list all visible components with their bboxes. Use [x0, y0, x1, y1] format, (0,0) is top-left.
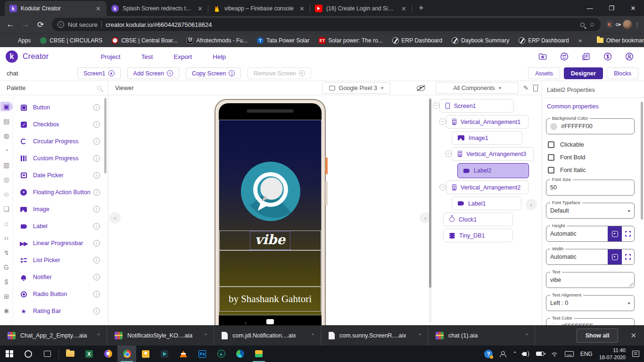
- automatic-size-button[interactable]: [608, 249, 622, 264]
- palette-item-circular-progress[interactable]: Circular Progress i: [13, 133, 105, 150]
- info-icon[interactable]: i: [93, 223, 100, 230]
- category-experimental-icon[interactable]: ↯: [1, 248, 12, 257]
- back-icon[interactable]: ←: [4, 18, 17, 31]
- tree-item-tinydb1[interactable]: Tiny_DB1: [443, 229, 513, 242]
- photoshop-icon[interactable]: Ps: [193, 346, 212, 362]
- bookmark-item[interactable]: T Tata Power Solar: [253, 36, 313, 45]
- monetization-icon[interactable]: [603, 51, 613, 62]
- antivirus-icon[interactable]: [99, 346, 117, 362]
- tree-item-vertical-arrangement1[interactable]: Vertical_Arrangement1: [446, 115, 528, 129]
- app-screen1-canvas[interactable]: vibe by Shashank Gahtori: [219, 120, 322, 315]
- bookmark-item[interactable]: ᗢ Afrotechmods - Fu...: [183, 36, 251, 45]
- delete-component-icon[interactable]: [533, 86, 538, 91]
- bookmark-item[interactable]: Daybook Summary: [448, 36, 513, 45]
- blocks-button[interactable]: Blocks: [607, 67, 638, 79]
- category-visualization-icon[interactable]: ⊞: [1, 292, 12, 301]
- palette-item-linear-progressbar[interactable]: ▶▶ Linear Progressbar i: [13, 235, 105, 252]
- people-tray-icon[interactable]: [499, 351, 506, 357]
- collapse-icon[interactable]: −: [439, 184, 446, 190]
- add-screen-button[interactable]: Add Screen +: [127, 67, 179, 79]
- info-icon[interactable]: i: [93, 104, 100, 111]
- projects-folder-icon[interactable]: [537, 51, 548, 62]
- screen-select-button[interactable]: Screen1 ▾: [77, 67, 121, 79]
- common-properties-link[interactable]: Common properties: [542, 98, 644, 115]
- tree-item-label2-selected[interactable]: Label2: [457, 163, 529, 178]
- profile-avatar[interactable]: [623, 20, 632, 29]
- bookmark-item[interactable]: ET Solar power: The ro...: [315, 36, 386, 45]
- reload-icon[interactable]: ⟳: [34, 18, 47, 31]
- tree-item-image1[interactable]: Image1: [452, 131, 522, 145]
- bookmark-item[interactable]: ERP Dashboard: [515, 36, 573, 45]
- palette-item-date-picker[interactable]: Date Picker i: [13, 167, 105, 184]
- tab-kodular-creator[interactable]: k Kodular Creator ✕: [5, 1, 107, 16]
- download-item[interactable]: com.sunny.ScreenR....aix ⌃: [321, 326, 428, 346]
- url-text[interactable]: creator.kodular.io/#6604428750618624: [106, 21, 212, 28]
- tab-close-icon[interactable]: ✕: [95, 5, 102, 12]
- palette-item-checkbox[interactable]: ✓ Checkbox i: [13, 116, 105, 133]
- device-selector[interactable]: Google Pixel 3 ▾: [322, 82, 390, 94]
- palette-item-custom-progress[interactable]: Custom Progress i: [13, 150, 105, 167]
- info-icon[interactable]: i: [93, 138, 100, 145]
- category-extensions-icon[interactable]: ✱: [1, 306, 12, 316]
- font-typeface-select[interactable]: Font Typeface Default ▾: [546, 203, 635, 219]
- category-drawing-icon[interactable]: ◔: [1, 146, 12, 155]
- filmora-icon[interactable]: [155, 346, 174, 362]
- action-center-icon[interactable]: [632, 351, 639, 357]
- maximize-button[interactable]: ❐: [601, 0, 622, 16]
- palette-item-image[interactable]: Image i: [13, 201, 105, 218]
- tab-search-avatar[interactable]: K: [605, 20, 614, 29]
- download-item[interactable]: com.jdl.Notification....aix ⌃: [214, 326, 321, 346]
- panel-expand-icon[interactable]: ›: [526, 199, 537, 210]
- download-menu-icon[interactable]: ⌃: [525, 333, 529, 339]
- bookmarks-overflow-icon[interactable]: »: [575, 37, 586, 44]
- palette-item-radio-button[interactable]: Radio Button i: [13, 286, 105, 303]
- palette-item-list-picker[interactable]: List Picker i: [13, 252, 105, 269]
- info-icon[interactable]: i: [93, 257, 100, 263]
- help-tray-icon[interactable]: ?: [484, 350, 493, 358]
- bookmark-item[interactable]: CBSE | Central Boar...: [108, 36, 181, 45]
- download-menu-icon[interactable]: ⌃: [97, 333, 101, 339]
- label1-text[interactable]: by Shashank Gahtori: [229, 293, 312, 305]
- clock[interactable]: 11:40 18-07-2020: [599, 347, 626, 361]
- visibility-toggle-icon[interactable]: [417, 85, 425, 91]
- label2-selected[interactable]: vibe: [250, 231, 290, 250]
- viewer-prev-icon[interactable]: ‹: [109, 212, 121, 223]
- minimize-button[interactable]: —: [579, 0, 601, 16]
- category-connectivity-icon[interactable]: ‹›: [1, 233, 12, 243]
- download-menu-icon[interactable]: ⌃: [204, 333, 208, 339]
- category-media-icon[interactable]: ◍: [1, 131, 12, 140]
- info-icon[interactable]: i: [93, 172, 100, 179]
- theme-palette-icon[interactable]: [559, 51, 570, 62]
- hidden-icons-chevron[interactable]: ⌃: [512, 351, 517, 357]
- fill-parent-button[interactable]: [622, 249, 634, 264]
- palette-item-rating-bar[interactable]: ★ Rating Bar i: [13, 303, 105, 320]
- tree-item-vertical-arrangement2[interactable]: Vertical_Arrangement2: [446, 181, 528, 194]
- close-button[interactable]: ✕: [622, 0, 644, 16]
- clickable-checkbox-row[interactable]: Clickable: [548, 141, 635, 148]
- collapse-icon[interactable]: −: [439, 118, 446, 125]
- text-field[interactable]: Text vibe: [546, 272, 635, 288]
- account-icon[interactable]: [624, 51, 635, 62]
- cortana-button[interactable]: [19, 346, 38, 362]
- menu-test[interactable]: Test: [141, 53, 153, 60]
- font-italic-checkbox-row[interactable]: Font Italic: [548, 167, 635, 173]
- tab-close-icon[interactable]: ✕: [197, 5, 204, 12]
- tab-firebase[interactable]: vibeapp – Firebase console ✕: [208, 1, 310, 16]
- security-label[interactable]: Not secure: [68, 21, 98, 28]
- tree-item-label1[interactable]: Label1: [452, 197, 521, 210]
- tree-item-vertical-arrangement3[interactable]: Vertical_Arrangement3: [452, 147, 534, 161]
- download-menu-icon[interactable]: ⌃: [311, 333, 315, 339]
- viewer-scrollbar[interactable]: [429, 97, 431, 322]
- assets-button[interactable]: Assets: [528, 67, 560, 79]
- battery-icon[interactable]: [536, 352, 544, 356]
- category-utilities-icon[interactable]: ⌂: [1, 219, 12, 228]
- text-alignment-select[interactable]: Text Alignment Left : 0 ▾: [546, 295, 635, 311]
- info-icon[interactable]: i: [93, 308, 100, 314]
- bookmark-item[interactable]: CBSE | CIRCULARS: [36, 36, 106, 45]
- category-monetization-icon[interactable]: $: [1, 277, 12, 287]
- bluestacks-icon[interactable]: [249, 346, 268, 362]
- browser-menu-icon[interactable]: ⋮: [634, 21, 640, 28]
- bookmark-apps[interactable]: Apps: [5, 36, 34, 45]
- info-icon[interactable]: i: [93, 121, 100, 128]
- designer-button[interactable]: Designer: [564, 67, 603, 79]
